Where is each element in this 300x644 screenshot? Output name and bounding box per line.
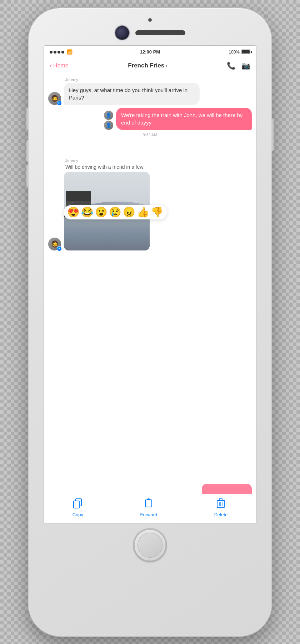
battery-fill	[242, 50, 250, 54]
status-bar: 📶 12:00 PM 100%	[44, 46, 256, 59]
read-avatar-2: 👤	[104, 121, 113, 130]
home-button-inner	[138, 533, 162, 558]
message-bubble-received-1[interactable]: Hey guys, at what time do you think you'…	[64, 83, 200, 105]
signal-dot-1	[50, 51, 52, 54]
reaction-heart-eyes[interactable]: 😍	[67, 207, 80, 217]
partial-message-bubble	[202, 484, 252, 494]
forward-icon	[144, 498, 153, 511]
signal-area: 📶	[50, 49, 72, 55]
timestamp-1: 9:32 AM	[48, 133, 252, 137]
phone-device: 📶 12:00 PM 100% ‹ Home French Fries › 📞	[29, 8, 271, 636]
front-camera	[115, 25, 130, 40]
video-call-icon[interactable]: 📷	[241, 61, 250, 70]
nav-title-chevron: ›	[166, 63, 167, 68]
emoji-reactions-popup: 😍 😂 😮 😢 😠 👍 👎	[64, 205, 167, 219]
signal-dot-4	[61, 51, 64, 54]
reaction-surprised[interactable]: 😮	[95, 207, 108, 217]
message-text-1: Hey guys, at what time do you think you'…	[69, 87, 188, 101]
nav-back-button[interactable]: ‹ Home	[50, 62, 69, 69]
message-row-received-2: 🧔 ✉ Jeremy Will be driving with a friend…	[48, 158, 252, 250]
will-drive-text: Will be driving with a friend in a few	[64, 164, 158, 170]
reaction-crying[interactable]: 😢	[109, 207, 121, 217]
back-chevron-icon: ‹	[50, 62, 52, 69]
message-row-sent-1: We're taking the train with John, we wil…	[48, 108, 252, 130]
messenger-badge-2: ✉	[57, 246, 62, 251]
message-row-received-2-wrapper: 🧔 ✉ Jeremy Will be driving with a friend…	[48, 158, 252, 250]
reaction-laughing[interactable]: 😂	[81, 207, 94, 217]
front-camera-dot	[148, 18, 152, 22]
svg-rect-2	[145, 500, 152, 507]
houseboat-roof	[66, 191, 91, 201]
copy-icon	[73, 498, 82, 511]
battery-bar	[241, 50, 250, 54]
message-bubble-sent-1[interactable]: We're taking the train with John, we wil…	[116, 108, 252, 130]
message-content-2: Jeremy Will be driving with a friend in …	[64, 158, 158, 250]
sent-read-avatars: 👤 👤	[104, 111, 113, 130]
wifi-icon: 📶	[67, 49, 72, 55]
home-button[interactable]	[134, 529, 166, 561]
phone-top	[29, 8, 271, 40]
svg-rect-6	[219, 499, 222, 501]
reaction-thumbs-up[interactable]: 👍	[137, 207, 149, 217]
nav-title[interactable]: French Fries ›	[128, 62, 167, 69]
phone-bottom	[134, 529, 166, 561]
reaction-angry[interactable]: 😠	[123, 207, 135, 217]
message-content-1: Jeremy Hey guys, at what time do you thi…	[64, 77, 200, 105]
delete-icon	[217, 498, 225, 511]
jeremy-avatar-2: 🧔 ✉	[48, 238, 61, 250]
reaction-thumbs-down[interactable]: 👎	[151, 207, 163, 217]
phone-screen: 📶 12:00 PM 100% ‹ Home French Fries › 📞	[44, 45, 256, 523]
timestamp-text-1: 9:32 AM	[143, 133, 157, 137]
nav-title-text: French Fries	[128, 62, 164, 69]
speaker-bar	[135, 30, 185, 35]
forward-action[interactable]: Forward	[140, 498, 158, 517]
nav-actions: 📞 📷	[227, 61, 250, 70]
forward-label: Forward	[140, 512, 158, 517]
sender-name-2: Jeremy	[64, 158, 158, 163]
photo-water	[64, 215, 150, 250]
signal-dot-3	[58, 51, 60, 54]
chat-area: 🧔 ✉ Jeremy Hey guys, at what time do you…	[44, 73, 256, 494]
read-avatar-1: 👤	[104, 111, 113, 120]
status-time: 12:00 PM	[140, 49, 160, 55]
sender-name-1: Jeremy	[64, 77, 200, 82]
battery-percent: 100%	[229, 50, 240, 55]
copy-label: Copy	[72, 512, 83, 517]
message-row-received-1: 🧔 ✉ Jeremy Hey guys, at what time do you…	[48, 77, 252, 105]
jeremy-avatar-1: 🧔 ✉	[48, 92, 61, 105]
message-content-sent: We're taking the train with John, we wil…	[116, 108, 252, 130]
delete-label: Delete	[214, 512, 228, 517]
phone-call-icon[interactable]: 📞	[227, 61, 236, 70]
bottom-action-bar: Copy Forward	[44, 494, 256, 523]
back-label: Home	[53, 62, 69, 69]
svg-rect-1	[74, 501, 79, 508]
battery-area: 100%	[229, 50, 250, 55]
messenger-badge: ✉	[57, 101, 62, 106]
message-text-sent: We're taking the train with John, we wil…	[121, 112, 242, 126]
nav-bar: ‹ Home French Fries › 📞 📷	[44, 59, 256, 73]
copy-action[interactable]: Copy	[72, 498, 83, 517]
delete-action[interactable]: Delete	[214, 498, 228, 517]
signal-dot-2	[54, 51, 56, 54]
